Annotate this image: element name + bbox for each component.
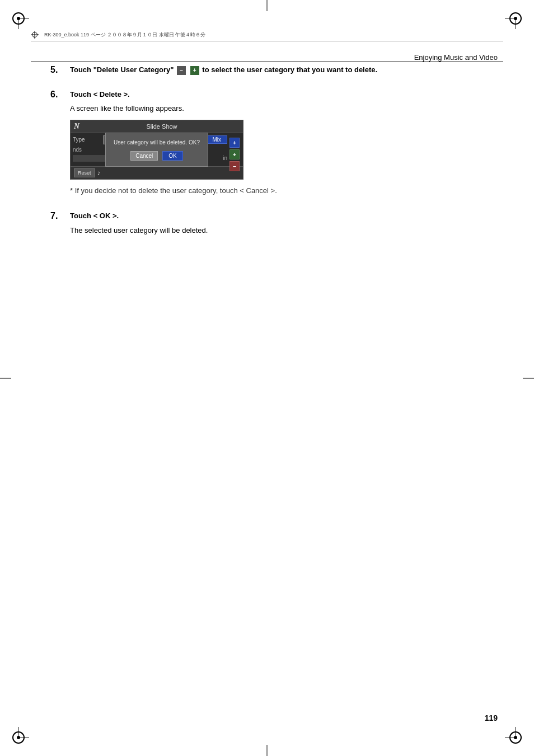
ss-cancel-button[interactable]: Cancel (130, 151, 158, 161)
ss-mix-btn[interactable]: Mix (206, 135, 227, 144)
step-5-content: Touch "Delete User Category" – + to sele… (70, 64, 498, 79)
screenshot: N Slide Show Type – Mix (70, 120, 243, 180)
crop-br (505, 727, 516, 738)
step-7-label: Touch < OK >. (70, 210, 498, 222)
step-6-sub-label: A screen like the following appears. (70, 103, 498, 114)
crop-tl (18, 18, 29, 29)
minus-button-icon: – (177, 66, 186, 75)
crop-right (523, 378, 534, 378)
step-5-text-after: to select the user category that you wan… (202, 65, 377, 74)
step-7-number: 7. (50, 210, 70, 221)
header-rule (31, 62, 503, 62)
step-5-text: Touch "Delete User Category" – + to sele… (70, 64, 498, 76)
ss-dialog-buttons: Cancel OK (114, 151, 200, 161)
ss-title: Slide Show (84, 123, 240, 130)
step-7-content: Touch < OK >. The selected user category… (70, 210, 498, 239)
ss-side-btn-plus2[interactable]: + (229, 149, 240, 159)
page-title: Enjoying Music and Video (414, 53, 498, 62)
step-7: 7. Touch < OK >. The selected user categ… (50, 210, 498, 239)
crop-tr (505, 18, 516, 29)
step-7-sub-label: The selected user category will be delet… (70, 225, 498, 236)
ss-reset-button[interactable]: Reset (74, 168, 95, 177)
step-6-label: Touch < Delete >. (70, 89, 498, 100)
printer-marks (31, 31, 39, 39)
ss-side-btns: + + – (229, 138, 240, 171)
crop-top (267, 0, 268, 11)
step-6-content: Touch < Delete >. A screen like the foll… (70, 89, 498, 200)
ss-row1-label: Type (73, 137, 101, 143)
plus-button-icon: + (190, 66, 199, 75)
ss-ok-button[interactable]: OK (162, 151, 182, 161)
step-5-text-before: Touch "Delete User Category" (70, 65, 174, 74)
main-content: 5. Touch "Delete User Category" – + to s… (50, 64, 498, 249)
ss-logo: N (74, 122, 79, 131)
ss-side-btn-plus[interactable]: + (229, 138, 240, 148)
page-number: 119 (485, 713, 498, 722)
step-6-number: 6. (50, 89, 70, 100)
ss-body: Type – Mix nds (71, 133, 243, 166)
header-bar: RK-300_e.book 119 ページ ２００８年９月１０日 水曜日 午後４… (31, 31, 503, 41)
ss-header: N Slide Show (71, 120, 243, 133)
header-filename: RK-300_e.book 119 ページ ２００８年９月１０日 水曜日 午後４… (44, 31, 503, 39)
crosshair-icon (31, 31, 39, 39)
ss-dialog: User category will be deleted. OK? Cance… (105, 133, 208, 167)
step-5: 5. Touch "Delete User Category" – + to s… (50, 64, 498, 79)
ss-row3-val: in (223, 155, 227, 161)
crop-left (0, 378, 11, 378)
step-5-number: 5. (50, 64, 70, 75)
step-6-note: * If you decide not to delete the user c… (70, 185, 498, 196)
ss-row2-val: nds (73, 147, 82, 153)
ss-side-btn-minus[interactable]: – (229, 161, 240, 171)
screenshot-container: N Slide Show Type – Mix (70, 120, 243, 180)
crop-bottom (267, 745, 268, 756)
crop-bl (18, 727, 29, 738)
ss-music-icon: ♪ (97, 169, 101, 177)
ss-footer: Reset ♪ (71, 166, 243, 179)
ss-dialog-text: User category will be deleted. OK? (114, 139, 200, 147)
step-6: 6. Touch < Delete >. A screen like the f… (50, 89, 498, 200)
